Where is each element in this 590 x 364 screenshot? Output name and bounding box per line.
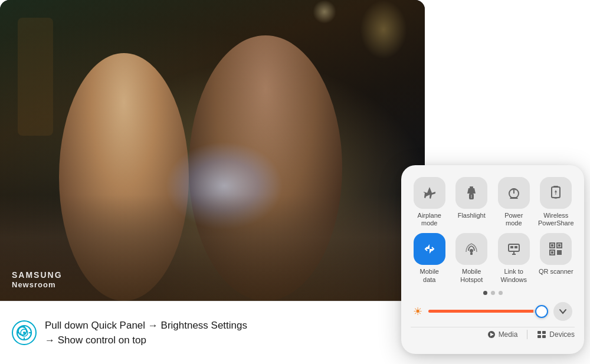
devices-button[interactable]: Devices (537, 330, 575, 339)
airplane-mode-label: Airplanemode (418, 212, 441, 227)
mobile-hotspot-button[interactable]: MobileHotspot (453, 233, 491, 283)
svg-rect-33 (537, 331, 541, 334)
qr-scanner-icon (548, 241, 563, 257)
mobile-hotspot-icon-box (455, 233, 487, 265)
svg-rect-28 (557, 250, 559, 252)
svg-point-1 (21, 329, 28, 336)
wireless-powershare-button[interactable]: WirelessPowerShare (537, 177, 575, 227)
instruction-area: Pull down Quick Panel → Brightness Setti… (0, 301, 425, 364)
samsung-watermark: SAMSUNG Newsroom (12, 270, 63, 290)
mobile-hotspot-label: MobileHotspot (460, 268, 483, 283)
page-dots (411, 291, 575, 295)
wireless-powershare-icon-box (540, 177, 572, 209)
instruction-text: Pull down Quick Panel → Brightness Setti… (45, 318, 247, 348)
link-to-windows-label: Link toWindows (500, 268, 527, 283)
instruction-line2: → Show control on top (45, 333, 247, 348)
qr-scanner-label: QR scanner (539, 268, 573, 276)
power-mode-icon-box (498, 177, 530, 209)
quick-panel-row1: Airplanemode Flashlight (411, 177, 575, 227)
ceiling-light (313, 0, 336, 24)
guitar-decoration (18, 18, 53, 136)
flashlight-icon-box (455, 177, 487, 209)
brightness-row: ☀ (411, 302, 575, 321)
svg-rect-7 (470, 186, 473, 188)
quick-panel: Airplanemode Flashlight (401, 165, 584, 354)
airplane-icon (422, 185, 437, 201)
qr-scanner-icon-box (540, 233, 572, 265)
hero-photo: SAMSUNG Newsroom (0, 0, 425, 301)
brightness-slider-track[interactable] (428, 310, 548, 313)
svg-point-2 (23, 332, 25, 334)
mobile-data-icon (422, 241, 437, 257)
svg-rect-17 (509, 244, 519, 251)
media-button[interactable]: Media (487, 330, 518, 339)
power-mode-button[interactable]: Powermode (495, 177, 533, 227)
mobile-data-label: Mobiledata (420, 268, 439, 283)
svg-rect-29 (559, 250, 562, 252)
mobile-hotspot-icon (464, 241, 479, 257)
quick-panel-row2: Mobiledata MobileHotspot (411, 233, 575, 283)
window-glow (360, 0, 407, 59)
brightness-slider-thumb[interactable] (535, 305, 548, 318)
mobile-data-button[interactable]: Mobiledata (411, 233, 448, 283)
gesture-svg (16, 324, 32, 341)
svg-marker-8 (467, 188, 476, 194)
dot-2 (491, 291, 495, 295)
link-to-windows-icon-box (498, 233, 530, 265)
play-icon (487, 330, 496, 339)
flashlight-icon (464, 185, 479, 201)
svg-rect-25 (558, 244, 560, 247)
svg-rect-34 (542, 331, 546, 334)
expand-button[interactable] (553, 302, 572, 321)
samsung-brand: SAMSUNG (12, 270, 63, 280)
devices-label: Devices (549, 330, 575, 339)
svg-rect-27 (551, 251, 553, 254)
instruction-line1: Pull down Quick Panel → Brightness Setti… (45, 318, 247, 333)
link-to-windows-button[interactable]: Link toWindows (495, 233, 533, 283)
link-to-windows-icon (506, 241, 522, 257)
svg-rect-23 (551, 244, 553, 247)
svg-rect-14 (553, 186, 558, 188)
main-container: SAMSUNG Newsroom Pull down Quick Panel →… (0, 0, 590, 364)
svg-rect-31 (559, 252, 562, 255)
qr-scanner-button[interactable]: QR scanner (537, 233, 575, 283)
dot-1 (483, 291, 487, 295)
airplane-mode-button[interactable]: Airplanemode (411, 177, 448, 227)
chevron-down-icon (559, 307, 567, 316)
media-label: Media (499, 330, 518, 339)
power-mode-label: Powermode (504, 212, 523, 227)
svg-rect-30 (557, 252, 559, 255)
flashlight-label: Flashlight (458, 212, 486, 219)
mobile-data-icon-box (414, 233, 445, 265)
devices-icon (537, 330, 546, 339)
svg-rect-16 (470, 252, 473, 255)
svg-point-15 (470, 249, 473, 252)
photo-scene (0, 0, 425, 301)
flashlight-button[interactable]: Flashlight (453, 177, 491, 227)
power-mode-icon (506, 185, 522, 201)
bed-area (0, 195, 425, 301)
svg-rect-36 (542, 335, 546, 338)
newsroom-label: Newsroom (12, 280, 63, 290)
wireless-powershare-label: WirelessPowerShare (538, 212, 574, 227)
svg-rect-35 (537, 335, 541, 338)
wireless-powershare-icon (548, 185, 563, 201)
airplane-mode-icon-box (414, 177, 445, 209)
footer-divider (527, 330, 527, 339)
svg-rect-21 (514, 246, 517, 248)
dot-3 (499, 291, 503, 295)
brightness-icon: ☀ (413, 305, 422, 318)
svg-rect-20 (510, 246, 513, 248)
quick-panel-footer: Media Devices (411, 327, 575, 339)
touch-icon (12, 320, 37, 345)
